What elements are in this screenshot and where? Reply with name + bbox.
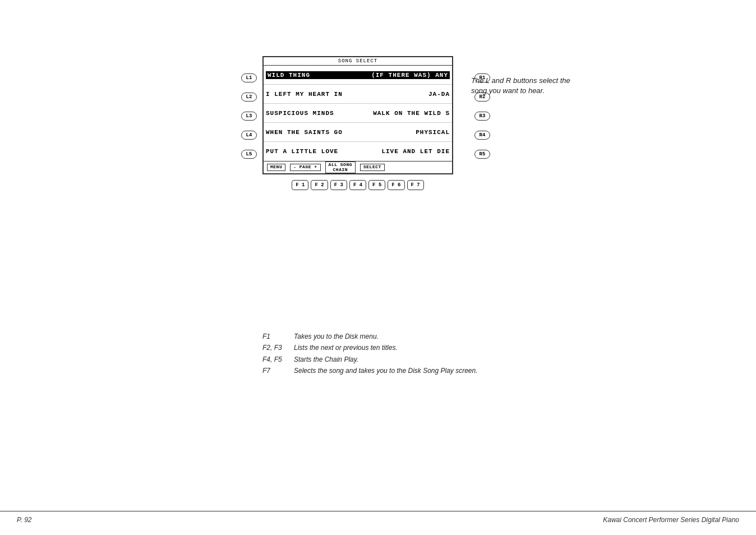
fkeys-row: F 1F 2F 3F 4F 5F 6F 7 xyxy=(262,180,453,190)
song-right-1: (IF THERE WAS) ANY xyxy=(370,71,450,79)
fkey-f2[interactable]: F 2 xyxy=(311,180,328,190)
footnote-3: F4, F5Starts the Chain Play. xyxy=(262,354,478,365)
song-left-1: WILD THING xyxy=(266,71,370,79)
song-row-3[interactable]: SUSPICIOUS MINDSWALK ON THE WILD S xyxy=(264,104,452,123)
footnote-1: F1Takes you to the Disk menu. xyxy=(262,331,478,342)
footnote-2: F2, F3Lists the next or previous ten tit… xyxy=(262,342,478,353)
fkey-f5[interactable]: F 5 xyxy=(368,180,385,190)
brand-name: Kawai Concert Performer Series Digital P… xyxy=(603,516,739,524)
r3-button[interactable]: R3 xyxy=(474,112,490,121)
screen-title: SONG SELECT xyxy=(264,57,452,66)
footnotes: F1Takes you to the Disk menu.F2, F3Lists… xyxy=(262,331,478,377)
screen-box: SONG SELECT WILD THING(IF THERE WAS) ANY… xyxy=(262,56,453,174)
bottom-btn-4[interactable]: SELECT xyxy=(360,164,385,171)
screen-container: L1 L2 L3 L4 L5 R1 R2 R3 xyxy=(262,56,453,190)
song-right-2: JA-DA xyxy=(428,91,450,98)
song-row-4[interactable]: WHEN THE SAINTS GOPHYSICAL xyxy=(264,123,452,142)
song-right-4: PHYSICAL xyxy=(416,129,450,136)
song-row-2[interactable]: I LEFT MY HEART INJA-DA xyxy=(264,85,452,104)
l1-button[interactable]: L1 xyxy=(241,73,257,82)
footnote-desc-2: Lists the next or previous ten titles. xyxy=(294,342,398,353)
song-left-3: SUSPICIOUS MINDS xyxy=(266,110,373,117)
song-left-5: PUT A LITTLE LOVE xyxy=(266,148,381,155)
side-note: The L and R buttons select the song you … xyxy=(471,76,583,96)
bottom-btn-3[interactable]: ALL SONG CHAIN xyxy=(325,162,356,174)
r4-button[interactable]: R4 xyxy=(474,131,490,140)
r5-button[interactable]: R5 xyxy=(474,150,490,159)
fkey-f6[interactable]: F 6 xyxy=(388,180,404,190)
bottom-btn-1[interactable]: MENU xyxy=(267,164,285,171)
fkey-f7[interactable]: F 7 xyxy=(407,180,424,190)
song-right-3: WALK ON THE WILD S xyxy=(373,110,450,117)
l2-button[interactable]: L2 xyxy=(241,93,257,102)
footnote-desc-3: Starts the Chain Play. xyxy=(294,354,358,365)
footnote-desc-4: Selects the song and takes you to the Di… xyxy=(294,365,478,376)
page: L1 L2 L3 L4 L5 R1 R2 R3 xyxy=(0,0,756,535)
footnote-key-4: F7 xyxy=(262,365,285,376)
l4-button[interactable]: L4 xyxy=(241,131,257,140)
l5-button[interactable]: L5 xyxy=(241,150,257,159)
song-left-4: WHEN THE SAINTS GO xyxy=(266,129,416,136)
footnote-key-1: F1 xyxy=(262,331,285,342)
footnote-4: F7Selects the song and takes you to the … xyxy=(262,365,478,376)
song-list: WILD THING(IF THERE WAS) ANYI LEFT MY HE… xyxy=(264,66,452,161)
page-number: P. 92 xyxy=(17,516,31,524)
footnote-key-2: F2, F3 xyxy=(262,342,285,353)
fkey-f3[interactable]: F 3 xyxy=(330,180,347,190)
song-row-1[interactable]: WILD THING(IF THERE WAS) ANY xyxy=(264,66,452,85)
fkey-f1[interactable]: F 1 xyxy=(292,180,308,190)
footnote-key-3: F4, F5 xyxy=(262,354,285,365)
song-row-5[interactable]: PUT A LITTLE LOVELIVE AND LET DIE xyxy=(264,142,452,161)
bottom-bar: MENU- PAGE +ALL SONG CHAINSELECT xyxy=(264,161,452,173)
bottom-btn-2[interactable]: - PAGE + xyxy=(290,164,320,171)
footnote-desc-1: Takes you to the Disk menu. xyxy=(294,331,379,342)
l3-button[interactable]: L3 xyxy=(241,112,257,121)
song-right-5: LIVE AND LET DIE xyxy=(381,148,450,155)
song-left-2: I LEFT MY HEART IN xyxy=(266,91,428,98)
footer: P. 92 Kawai Concert Performer Series Dig… xyxy=(0,511,756,524)
fkey-f4[interactable]: F 4 xyxy=(349,180,366,190)
